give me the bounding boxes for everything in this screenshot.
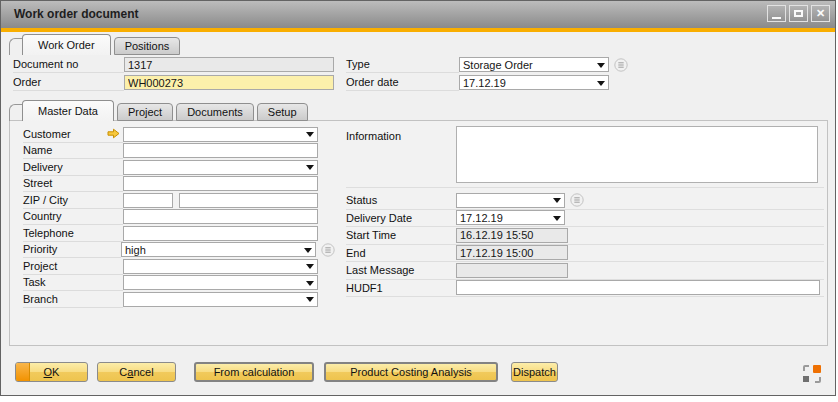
delivery-date-select[interactable]: 17.12.19 [456,210,565,225]
order-date-select[interactable]: 17.12.19 [459,75,609,90]
end-label: End [346,245,456,262]
delivery-row: Delivery [23,159,335,176]
chevron-down-icon [306,132,314,137]
tab-documents-label: Documents [187,106,243,118]
type-select[interactable]: Storage Order [459,57,609,72]
branch-row: Branch [23,291,335,308]
tab-setup[interactable]: Setup [257,103,308,121]
tab-documents[interactable]: Documents [176,103,254,121]
delivery-date-value: 17.12.19 [460,212,503,224]
priority-select[interactable]: high [121,242,316,257]
name-field[interactable] [123,143,318,158]
tab-project[interactable]: Project [117,103,173,121]
master-data-right-column: Information Status Delivery Date 17.12.1… [346,126,824,297]
priority-select-value: high [125,244,146,256]
dispatch-button[interactable]: Dispatch [511,362,558,382]
task-label: Task [23,275,123,292]
project-select[interactable] [123,259,318,274]
product-costing-analysis-label: Product Costing Analysis [350,366,472,378]
branch-select[interactable] [123,292,318,307]
status-label: Status [346,192,456,209]
end-field: 17.12.19 15:00 [456,245,568,260]
cancel-button[interactable]: Cancel [97,362,176,382]
customer-label-text: Customer [23,128,71,140]
status-list-options-icon[interactable] [570,193,584,207]
close-icon: ✕ [816,8,825,19]
main-tab-strip: Work Order Positions [9,34,180,55]
last-message-label: Last Message [346,262,456,279]
task-select[interactable] [123,275,318,290]
status-select[interactable] [456,193,565,208]
type-select-value: Storage Order [463,59,533,71]
project-row: Project [23,258,335,275]
chevron-down-icon [306,264,314,269]
ok-button[interactable]: OK [15,362,88,382]
document-no-label: Document no [13,56,124,73]
last-message-field [456,263,568,278]
street-row: Street [23,176,335,193]
chevron-down-icon [553,198,561,203]
chevron-down-icon [306,165,314,170]
city-field[interactable] [179,193,318,208]
zip-field[interactable] [123,193,173,208]
product-costing-analysis-button[interactable]: Product Costing Analysis [324,362,498,382]
customer-label: Customer [23,126,123,143]
document-no-field: 1317 [124,57,334,72]
customer-select[interactable] [123,127,318,142]
country-row: Country [23,209,335,226]
name-label: Name [23,143,123,160]
ok-label-mnemonic: O [44,366,53,378]
work-order-document-window: Work order document ✕ Work Order Positio… [0,0,836,396]
tab-project-label: Project [128,106,162,118]
minimize-button[interactable] [767,5,786,22]
from-calculation-button[interactable]: From calculation [194,362,314,382]
priority-list-options-icon[interactable] [321,243,335,257]
order-date-label: Order date [346,74,459,91]
hudf1-row: HUDF1 [346,280,824,298]
document-no-row: Document no 1317 [13,56,334,73]
window-title: Work order document [14,7,138,21]
chevron-down-icon [304,248,312,253]
order-label: Order [13,74,124,91]
order-date-row: Order date 17.12.19 [346,74,646,91]
tab-master-data[interactable]: Master Data [22,100,114,121]
tab-strip-stub [9,38,22,55]
link-arrow-icon[interactable] [107,128,120,139]
country-label: Country [23,209,123,226]
end-row: End 17.12.19 15:00 [346,245,824,263]
close-button[interactable]: ✕ [811,5,830,22]
priority-row: Priority high [23,242,335,259]
street-field[interactable] [123,176,318,191]
type-label: Type [346,56,459,73]
tab-positions[interactable]: Positions [114,37,181,55]
hudf1-field[interactable] [456,280,820,295]
titlebar: Work order document ✕ [1,1,835,28]
street-label: Street [23,176,123,193]
tab-strip-stub [9,104,22,121]
ok-label-rest: K [52,366,59,378]
telephone-field[interactable] [123,226,318,241]
order-row: Order [13,74,334,91]
delivery-select[interactable] [123,160,318,175]
resize-widget-icon[interactable] [802,364,822,384]
tab-work-order[interactable]: Work Order [22,34,111,55]
country-field[interactable] [123,209,318,224]
information-label: Information [346,126,456,187]
order-field[interactable] [124,75,334,90]
chevron-down-icon [306,297,314,302]
order-date-value: 17.12.19 [463,77,506,89]
window-controls: ✕ [767,5,830,22]
maximize-button[interactable] [789,5,808,22]
chevron-down-icon [553,216,561,221]
start-time-row: Start Time 16.12.19 15:50 [346,227,824,245]
type-list-options-icon[interactable] [614,58,628,72]
status-row: Status [346,192,824,210]
name-row: Name [23,143,335,160]
minimize-icon [772,17,781,19]
telephone-label: Telephone [23,225,123,242]
master-data-left-column: Customer Name Delivery [23,126,335,308]
delivery-date-label: Delivery Date [346,210,456,227]
tab-master-data-label: Master Data [38,105,98,117]
information-textarea[interactable] [456,126,818,183]
delivery-label: Delivery [23,159,123,176]
